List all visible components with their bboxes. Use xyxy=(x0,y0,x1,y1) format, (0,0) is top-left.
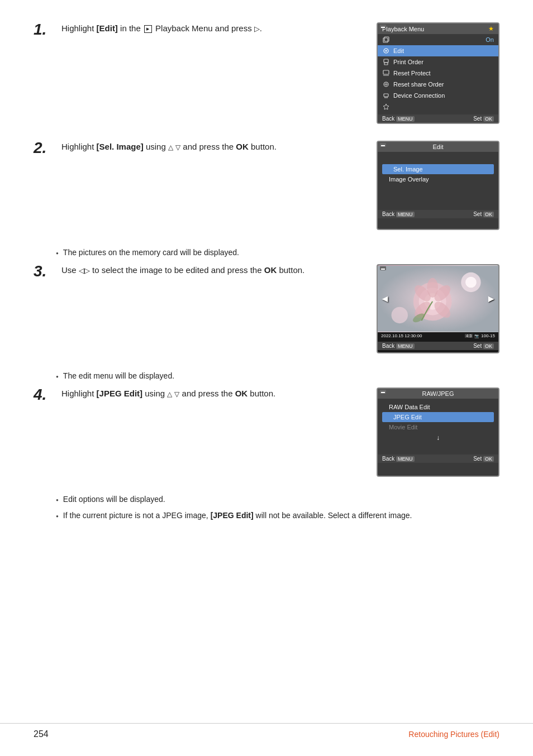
menu-bottom-bar-1: Back MENU Set OK xyxy=(378,114,498,123)
back-text-4: Back MENU xyxy=(382,456,415,462)
edit-label: Edit xyxy=(393,47,404,54)
edit-title-bar: Edit xyxy=(378,142,498,152)
menu-item-edit: Edit xyxy=(378,45,498,56)
step-2-row: 2. Highlight [Sel. Image] using △ ▽ and … xyxy=(34,141,499,230)
step-2-number: 2. xyxy=(34,140,50,157)
raw-item-movie: Movie Edit xyxy=(378,422,498,432)
raw-item-jpeg: JPEG Edit xyxy=(382,412,494,422)
set-text-3: Set OK xyxy=(473,343,494,349)
menu-item-copy: On xyxy=(378,34,498,45)
card-badge-4: ▬ xyxy=(380,390,386,394)
step-2-text: Highlight [Sel. Image] using △ ▽ and pre… xyxy=(61,141,365,154)
protect-label: Reset Protect xyxy=(393,70,431,76)
step-4-bullet-a: ● The edit menu will be displayed. xyxy=(56,370,499,382)
menu-btn-1: MENU xyxy=(396,116,415,122)
bullet-dot-3: ● xyxy=(56,250,59,257)
edit-icon xyxy=(382,47,390,55)
triangle-up-icon: △ xyxy=(168,142,173,152)
ok-btn-1: OK xyxy=(483,116,494,122)
page-number: 254 xyxy=(34,729,49,739)
menu-btn-4: MENU xyxy=(396,456,415,462)
nav-left-arrow[interactable]: ◄ xyxy=(380,293,390,305)
on-value: On xyxy=(486,36,494,43)
back-text-1: Back MENU xyxy=(382,116,415,122)
step-4-bullet-a-text: The edit menu will be displayed. xyxy=(63,370,174,382)
step-1-text: Highlight [Edit] in the Playback Menu an… xyxy=(61,22,365,35)
playback-icon xyxy=(144,25,152,33)
menu-title-bar: Playback Menu ★ xyxy=(378,23,498,34)
step-4-number: 4. xyxy=(34,386,50,404)
menu-item-protect: Reset Protect xyxy=(378,68,498,79)
step-4-bullet-b-text: Edit options will be displayed. xyxy=(63,494,165,505)
svg-rect-5 xyxy=(384,63,388,65)
menu-bottom-bar-3: Back MENU Set OK xyxy=(378,342,498,350)
arrow-lr-icon: ◁▷ xyxy=(79,266,90,275)
raw-title-bar: RAW/JPEG xyxy=(378,389,498,399)
image-info-bar: 2022.10.15 12:30:00 4:3 📷 100-15 xyxy=(378,332,498,339)
menu-item-share: Reset share Order xyxy=(378,79,498,90)
svg-point-27 xyxy=(392,307,408,323)
step-3-text: Use ◁▷ to select the image to be edited … xyxy=(61,264,365,277)
arrow-right-icon: ▷ xyxy=(254,23,260,35)
page-section-title: Retouching Pictures (Edit) xyxy=(408,730,499,739)
svg-rect-6 xyxy=(383,70,389,74)
print-icon xyxy=(382,58,390,66)
date-time-text: 2022.10.15 12:30:00 xyxy=(381,333,422,338)
page-footer: 254 Retouching Pictures (Edit) xyxy=(0,723,533,739)
menu-item-device: Device Connection xyxy=(378,90,498,101)
edit-menu-screen: ▬ Edit Sel. Image Image Overlay Back MEN… xyxy=(377,141,499,230)
step-4-content: Highlight [JPEG Edit] using △ ▽ and pres… xyxy=(61,387,365,400)
bullet-dot-4c: ● xyxy=(56,513,59,520)
step-3-content: Use ◁▷ to select the image to be edited … xyxy=(61,264,365,277)
card-badge-2: ▬ xyxy=(380,143,386,147)
protect-icon xyxy=(382,69,390,77)
svg-rect-4 xyxy=(384,59,388,63)
step-1-number: 1. xyxy=(34,21,50,39)
raw-jpeg-screen: ▬ RAW/JPEG RAW Data Edit JPEG Edit Movie… xyxy=(377,387,499,477)
star-icon xyxy=(382,103,390,111)
print-label: Print Order xyxy=(393,59,423,65)
triangle-down-icon-2: ▽ xyxy=(174,389,179,399)
raw-item-arrow: ↓ xyxy=(378,432,498,443)
step-1-row: 1. Highlight [Edit] in the Playback Menu… xyxy=(34,22,499,124)
triangle-up-icon-2: △ xyxy=(167,389,172,399)
step-4-bullet-b: ● Edit options will be displayed. xyxy=(56,494,499,505)
step-2-content: Highlight [Sel. Image] using △ ▽ and pre… xyxy=(61,141,365,154)
triangle-down-icon: ▽ xyxy=(175,142,180,152)
svg-point-3 xyxy=(386,50,387,52)
menu-btn-2: MENU xyxy=(396,212,415,217)
svg-marker-15 xyxy=(383,104,389,109)
menu-bottom-bar-4: Back MENU Set OK xyxy=(378,454,498,463)
ok-btn-4: OK xyxy=(483,456,494,462)
share-label: Reset share Order xyxy=(393,81,444,88)
step-4-bullet-c-text: If the current picture is not a JPEG ima… xyxy=(63,510,412,521)
share-icon xyxy=(382,80,390,88)
svg-rect-1 xyxy=(384,37,389,41)
raw-item-raw: RAW Data Edit xyxy=(378,402,498,412)
svg-point-26 xyxy=(465,277,477,288)
camera-icon-small: 📷 xyxy=(474,334,479,338)
step-3-bullet: ● The pictures on the memory card will b… xyxy=(56,247,499,259)
image-area: ◄ ► xyxy=(378,265,498,332)
step-1-content: Highlight [Edit] in the Playback Menu an… xyxy=(61,22,365,35)
ok-btn-3: OK xyxy=(483,343,494,349)
menu-item-print: Print Order xyxy=(378,56,498,68)
step-4-text: Highlight [JPEG Edit] using △ ▽ and pres… xyxy=(61,387,365,400)
menu-title-text: Playback Menu xyxy=(382,26,424,32)
image-select-screen: ▬ xyxy=(377,264,499,353)
flower-svg xyxy=(378,265,498,332)
folder-frame: 100-15 xyxy=(481,333,495,338)
copy-icon xyxy=(382,36,390,44)
edit-items-area: Sel. Image Image Overlay xyxy=(378,152,498,197)
nav-right-arrow[interactable]: ► xyxy=(486,293,496,305)
menu-btn-3: MENU xyxy=(396,343,415,349)
back-text-3: Back MENU xyxy=(382,343,415,349)
svg-rect-11 xyxy=(384,94,388,97)
set-text-2: Set OK xyxy=(473,211,494,217)
set-text-1: Set OK xyxy=(473,116,494,122)
ok-btn-2: OK xyxy=(483,212,494,217)
raw-items-area: RAW Data Edit JPEG Edit Movie Edit ↓ xyxy=(378,399,498,447)
step-4-bullet-c: ● If the current picture is not a JPEG i… xyxy=(56,510,499,521)
bullet-dot-4b: ● xyxy=(56,497,59,504)
menu-item-star xyxy=(378,101,498,112)
